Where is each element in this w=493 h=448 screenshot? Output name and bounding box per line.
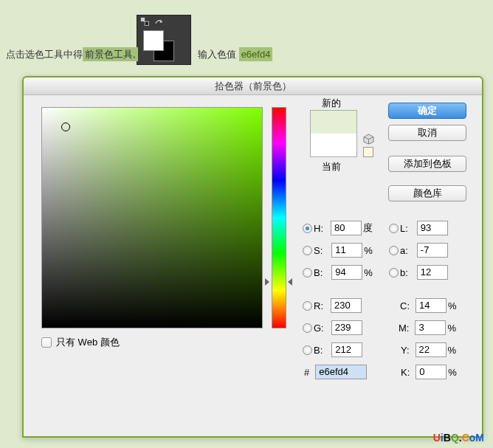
l-row: L: 93 — [389, 221, 448, 235]
y-input[interactable]: 22 — [416, 342, 447, 357]
m-input[interactable]: 3 — [415, 320, 446, 335]
watermark: UiBQ.CoM — [433, 432, 484, 444]
web-only-checkbox-row: 只有 Web 颜色 — [41, 336, 120, 349]
current-color-label: 当前 — [322, 160, 341, 173]
hex-input[interactable]: e6efd4 — [315, 365, 367, 379]
color-libraries-button[interactable]: 颜色库 — [388, 185, 466, 201]
instruction-text: 点击选色工具中得前景色工具, — [6, 48, 138, 61]
h-input[interactable]: 80 — [331, 221, 362, 235]
hue-marker-left-icon — [265, 278, 269, 286]
ok-button[interactable]: 确定 — [388, 103, 466, 119]
add-to-swatches-button[interactable]: 添加到色板 — [388, 156, 466, 172]
c-input[interactable]: 14 — [416, 298, 447, 313]
dialog-title: 拾色器（前景色） — [24, 77, 482, 95]
gamut-cube-icon — [363, 134, 374, 145]
fg-bg-swatch[interactable] — [143, 30, 174, 61]
svg-rect-0 — [141, 18, 145, 21]
b-rgb-row: B: 212 — [303, 342, 362, 357]
bhsb-input[interactable]: 94 — [331, 265, 362, 280]
a-input[interactable]: -7 — [417, 243, 448, 258]
hue-marker-right-icon — [288, 278, 292, 286]
k-input[interactable]: 0 — [416, 365, 447, 379]
sb-cursor[interactable] — [61, 123, 70, 131]
h-row: H: 80 度 — [303, 221, 376, 235]
r-radio[interactable] — [303, 301, 312, 311]
g-input[interactable]: 239 — [331, 320, 362, 335]
h-radio[interactable] — [303, 224, 312, 233]
tools-swatch-panel — [137, 15, 191, 65]
current-color-swatch — [311, 134, 356, 156]
s-row: S: 11 % — [303, 243, 377, 258]
new-color-swatch — [311, 111, 356, 134]
b-radio[interactable] — [303, 268, 312, 278]
a-row: a: -7 — [389, 243, 448, 258]
hue-slider[interactable] — [272, 107, 286, 328]
web-only-checkbox[interactable] — [41, 337, 52, 348]
g-row: G: 239 — [303, 320, 362, 335]
lb-input[interactable]: 12 — [417, 265, 448, 280]
hex-row: # e6efd4 — [304, 365, 367, 379]
a-radio[interactable] — [389, 246, 399, 255]
s-input[interactable]: 11 — [331, 243, 362, 258]
saturation-brightness-field[interactable] — [41, 107, 263, 328]
lb-row: b: 12 — [389, 265, 448, 280]
g-radio[interactable] — [303, 323, 312, 333]
svg-rect-1 — [145, 21, 148, 25]
l-radio[interactable] — [389, 224, 399, 233]
color-preview — [310, 110, 357, 157]
foreground-color-swatch[interactable] — [143, 30, 164, 51]
cancel-button[interactable]: 取消 — [388, 125, 466, 141]
b-rgb-input[interactable]: 212 — [331, 342, 362, 357]
r-row: R: 230 — [303, 298, 362, 313]
b-row: B: 94 % — [303, 265, 377, 280]
swap-arrow-icon — [154, 17, 164, 27]
lb-radio[interactable] — [389, 268, 399, 278]
m-row: M: 3 % — [399, 320, 461, 335]
y-row: Y: 22 % — [401, 342, 461, 357]
new-color-label: 新的 — [322, 97, 341, 110]
color-picker-dialog: 拾色器（前景色） 新的 当前 确定 取消 添加到色板 颜色库 H: 80 度 — [22, 76, 483, 438]
l-input[interactable]: 93 — [417, 221, 448, 235]
c-row: C: 14 % — [400, 298, 461, 313]
websafe-chip[interactable] — [363, 147, 373, 157]
k-row: K: 0 % — [401, 365, 461, 379]
s-radio[interactable] — [303, 246, 312, 255]
instruction-value: 输入色值 e6efd4 — [198, 48, 272, 61]
swap-default-icon — [140, 17, 151, 27]
r-input[interactable]: 230 — [331, 298, 362, 313]
b-rgb-radio[interactable] — [303, 345, 312, 355]
